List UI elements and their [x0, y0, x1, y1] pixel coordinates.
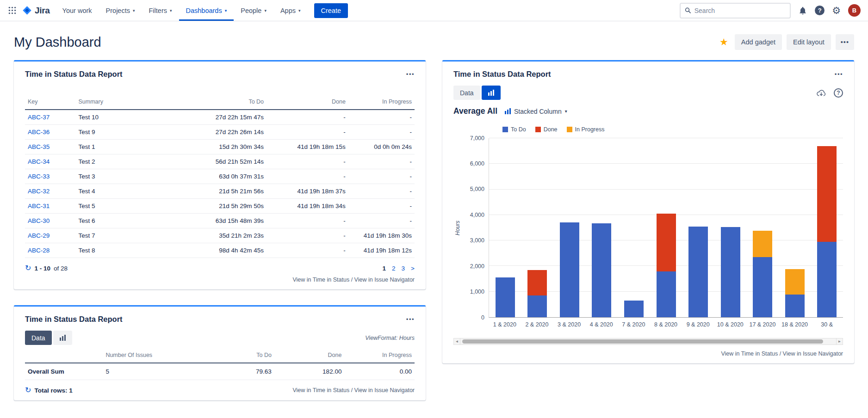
- issue-key-link[interactable]: ABC-33: [28, 173, 50, 180]
- next-page-link[interactable]: >: [411, 265, 415, 272]
- table-row: ABC-35 Test 1 15d 2h 30m 34s 41d 19h 18m…: [25, 140, 415, 154]
- issue-summary-cell: Test 10: [75, 110, 169, 125]
- issue-key-link[interactable]: ABC-28: [28, 247, 50, 254]
- bar-stack[interactable]: [657, 138, 676, 317]
- bar-segment-done[interactable]: [527, 270, 547, 295]
- legend-item[interactable]: To Do: [502, 126, 526, 133]
- nav-item-your-work[interactable]: Your work: [56, 0, 99, 21]
- scrollbar-thumb[interactable]: [462, 339, 823, 344]
- scroll-left-button[interactable]: ◄: [453, 338, 460, 345]
- issue-key-link[interactable]: ABC-34: [28, 158, 50, 165]
- todo-cell: 21d 5h 21m 56s: [169, 184, 267, 199]
- bar-stack[interactable]: [592, 138, 611, 317]
- bar-segment-to-do[interactable]: [496, 277, 515, 317]
- legend-item[interactable]: In Progress: [567, 126, 605, 133]
- chart-chart-tab-button[interactable]: [482, 86, 501, 100]
- dashboard-more-button[interactable]: •••: [836, 34, 854, 50]
- jira-logo[interactable]: Jira: [20, 6, 56, 16]
- favorite-star-icon[interactable]: ★: [719, 37, 728, 48]
- chart-help-button[interactable]: ?: [834, 88, 843, 98]
- sum-data-tab-button[interactable]: Data: [25, 331, 52, 345]
- page-number-link[interactable]: 3: [402, 265, 405, 272]
- edit-layout-button[interactable]: Edit layout: [787, 34, 831, 50]
- scroll-right-button[interactable]: ►: [836, 338, 843, 345]
- column-header-inprogress: In Progress: [344, 350, 415, 363]
- chart-type-dropdown[interactable]: Stacked Column ▾: [505, 108, 567, 115]
- refresh-icon[interactable]: ↻: [25, 264, 31, 272]
- bar-segment-to-do[interactable]: [624, 301, 644, 317]
- profile-avatar[interactable]: B: [848, 4, 861, 17]
- legend-swatch: [567, 127, 572, 132]
- bar-stack[interactable]: [527, 138, 547, 317]
- refresh-icon[interactable]: ↻: [25, 387, 31, 394]
- add-gadget-button[interactable]: Add gadget: [735, 34, 782, 50]
- bar-segment-to-do[interactable]: [688, 227, 708, 317]
- notifications-button[interactable]: [798, 6, 807, 15]
- view-in-issue-navigator-link[interactable]: View in Issue Navigator: [354, 277, 415, 283]
- nav-item-dashboards[interactable]: Dashboards ▾: [179, 0, 234, 21]
- bar-segment-to-do[interactable]: [817, 242, 837, 317]
- view-in-time-in-status-link[interactable]: View in Time in Status: [721, 350, 778, 357]
- view-in-issue-navigator-link[interactable]: View in Issue Navigator: [783, 350, 843, 357]
- bar-stack[interactable]: [785, 138, 805, 317]
- gadget-more-button[interactable]: •••: [406, 316, 415, 323]
- todo-cell: 15d 2h 30m 34s: [169, 140, 267, 154]
- settings-button[interactable]: ⚙: [832, 6, 841, 15]
- issue-key-link[interactable]: ABC-32: [28, 188, 50, 195]
- issues-count-cell: 5: [103, 363, 204, 380]
- issue-key-link[interactable]: ABC-35: [28, 143, 50, 150]
- bar-stack[interactable]: [688, 138, 708, 317]
- bar-segment-to-do[interactable]: [560, 222, 579, 317]
- bar-segment-in-progress[interactable]: [785, 269, 805, 295]
- view-in-time-in-status-link[interactable]: View in Time in Status: [292, 387, 349, 393]
- horizontal-scrollbar[interactable]: ◄ ►: [453, 338, 843, 345]
- issue-key-link[interactable]: ABC-29: [28, 232, 50, 239]
- bar-segment-to-do[interactable]: [657, 271, 676, 318]
- view-in-issue-navigator-link[interactable]: View in Issue Navigator: [354, 387, 415, 393]
- bar-segment-to-do[interactable]: [527, 295, 547, 317]
- chart-data-tab-button[interactable]: Data: [453, 86, 480, 100]
- bar-stack[interactable]: [721, 138, 740, 317]
- nav-item-projects[interactable]: Projects ▾: [99, 0, 142, 21]
- gadget-more-button[interactable]: •••: [835, 71, 843, 78]
- issue-key-link[interactable]: ABC-30: [28, 217, 50, 224]
- bar-stack[interactable]: [624, 138, 644, 317]
- gadget-more-button[interactable]: •••: [406, 71, 415, 78]
- bar-chart-icon: [60, 335, 66, 341]
- bar-stack[interactable]: [560, 138, 579, 317]
- issue-key-link[interactable]: ABC-36: [28, 129, 50, 135]
- app-switcher-button[interactable]: [4, 2, 20, 19]
- bar-segment-to-do[interactable]: [785, 295, 805, 317]
- page-number-link[interactable]: 2: [392, 265, 396, 272]
- bar-segment-to-do[interactable]: [592, 223, 611, 317]
- bar-stack[interactable]: [753, 138, 772, 317]
- chart-legend: To DoDoneIn Progress: [502, 126, 843, 133]
- bar-stack[interactable]: [496, 138, 515, 317]
- legend-item[interactable]: Done: [535, 126, 558, 133]
- bar-segment-done[interactable]: [817, 146, 837, 242]
- nav-item-apps[interactable]: Apps ▾: [273, 0, 308, 21]
- export-chart-button[interactable]: [816, 89, 826, 97]
- issue-key-link[interactable]: ABC-31: [28, 203, 50, 209]
- bar-segment-to-do[interactable]: [721, 227, 740, 317]
- gear-icon: ⚙: [832, 6, 841, 15]
- total-rows-label: Total rows: 1: [34, 387, 72, 394]
- page-number-current[interactable]: 1: [383, 265, 386, 272]
- y-axis-ticks: 01,0002,0003,0004,0005,0006,0007,000: [462, 138, 489, 318]
- bar-segment-to-do[interactable]: [753, 257, 772, 317]
- create-button[interactable]: Create: [314, 3, 348, 18]
- view-in-time-in-status-link[interactable]: View in Time in Status: [292, 277, 349, 283]
- bar-stack[interactable]: [817, 138, 837, 317]
- issue-key-link[interactable]: ABC-37: [28, 114, 50, 121]
- nav-item-people[interactable]: People ▾: [234, 0, 273, 21]
- nav-item-filters[interactable]: Filters ▾: [142, 0, 179, 21]
- help-button[interactable]: ?: [815, 6, 825, 15]
- bar-segment-in-progress[interactable]: [753, 231, 772, 257]
- sum-chart-tab-button[interactable]: [53, 331, 72, 345]
- y-tick-label: 0: [481, 315, 484, 321]
- bar-segment-done[interactable]: [657, 214, 676, 271]
- issue-summary-cell: Test 6: [75, 214, 169, 228]
- nav-item-label: Your work: [62, 7, 92, 14]
- search-input[interactable]: [694, 7, 786, 14]
- scrollbar-track[interactable]: [460, 338, 836, 345]
